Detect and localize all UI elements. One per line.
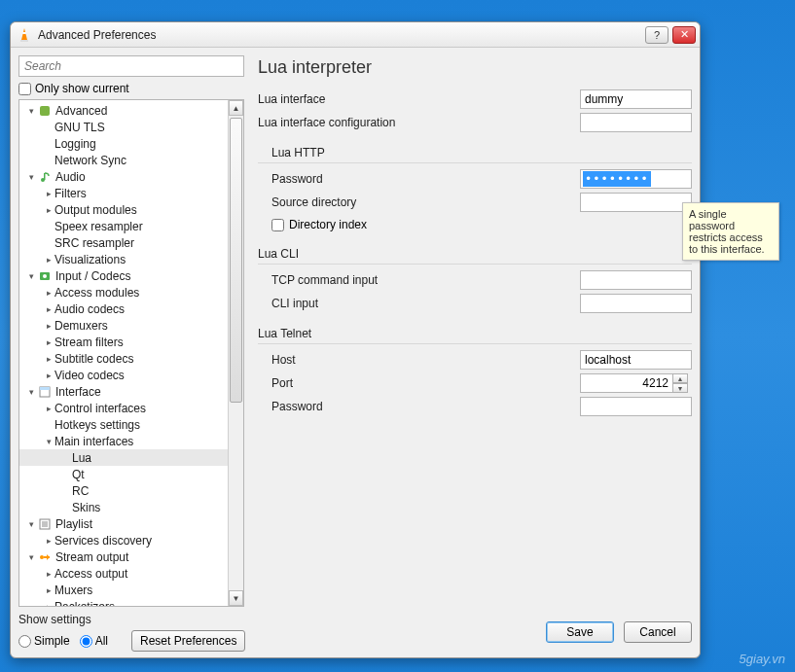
tree-item[interactable]: ▸Filters [19, 185, 228, 201]
tree-item-label: Speex resampler [54, 220, 143, 233]
tree-item[interactable]: ▸Access modules [19, 284, 228, 301]
telnet-host-input[interactable] [580, 350, 692, 370]
save-button[interactable]: Save [546, 621, 614, 643]
tree-item-label: Main interfaces [54, 435, 133, 448]
expand-closed-icon[interactable]: ▸ [43, 536, 54, 546]
reset-preferences-button[interactable]: Reset Preferences [131, 630, 245, 652]
simple-radio[interactable]: Simple [18, 634, 70, 648]
tree-item[interactable]: ▸Subtitle codecs [19, 350, 228, 367]
expand-closed-icon[interactable]: ▸ [43, 205, 54, 215]
tree-item-label: Stream filters [54, 336, 124, 349]
lua-interface-input[interactable] [580, 89, 692, 109]
svg-rect-2 [22, 32, 26, 34]
tree-item[interactable]: ▸Visualizations [19, 251, 228, 267]
tree-item-label: Packetizers [54, 600, 115, 607]
expand-open-icon[interactable]: ▾ [25, 271, 37, 281]
expand-closed-icon[interactable]: ▸ [43, 404, 54, 413]
expand-open-icon[interactable]: ▾ [43, 437, 54, 446]
scroll-thumb[interactable] [230, 118, 242, 403]
expand-closed-icon[interactable]: ▸ [43, 569, 54, 579]
http-srcdir-input[interactable] [580, 193, 692, 212]
port-spin-up[interactable]: ▲ [672, 373, 688, 383]
svg-point-14 [40, 555, 44, 559]
tree-item[interactable]: ▸Output modules [19, 201, 228, 218]
port-spin-down[interactable]: ▼ [672, 383, 688, 393]
expand-open-icon[interactable]: ▾ [25, 106, 37, 116]
expand-open-icon[interactable]: ▾ [25, 552, 37, 562]
tree-item[interactable]: ▾Interface [19, 383, 228, 400]
tree-item[interactable]: ▾Stream output [19, 548, 228, 565]
svg-rect-9 [40, 387, 50, 390]
http-dirindex-checkbox[interactable] [271, 219, 284, 231]
tree-item[interactable]: ▸Video codecs [19, 367, 228, 383]
expand-closed-icon[interactable]: ▸ [43, 602, 54, 607]
expand-closed-icon[interactable]: ▸ [43, 371, 54, 380]
lua-config-input[interactable] [580, 113, 692, 132]
tree-item[interactable]: ▾Advanced [19, 102, 228, 119]
tree-item[interactable]: GNU TLS [19, 119, 228, 135]
tree-item-label: GNU TLS [54, 121, 105, 134]
vlc-icon [17, 27, 32, 43]
tree-item[interactable]: ▾Main interfaces [19, 433, 228, 449]
lua-telnet-group: Lua Telnet [258, 323, 692, 344]
expand-closed-icon[interactable]: ▸ [43, 321, 54, 331]
only-show-current-checkbox[interactable] [18, 83, 31, 95]
tree-item[interactable]: ▸Muxers [19, 582, 228, 598]
telnet-password-input[interactable] [580, 397, 692, 416]
tree-item[interactable]: ▾Input / Codecs [19, 267, 228, 284]
tree-item-label: Interface [55, 385, 101, 399]
tree-item[interactable]: Hotkeys settings [19, 416, 228, 433]
tree-item[interactable]: Network Sync [19, 152, 228, 168]
expand-closed-icon[interactable]: ▸ [43, 288, 54, 298]
tree-item[interactable]: ▾Playlist [19, 515, 228, 532]
tree-item[interactable]: Speex resampler [19, 218, 228, 234]
audio-icon [37, 170, 53, 184]
cli-tcp-input[interactable] [580, 270, 692, 290]
tree-item[interactable]: RC [19, 482, 228, 499]
svg-point-7 [43, 274, 47, 278]
show-settings-label: Show settings [18, 613, 245, 626]
tree-item-label: Subtitle codecs [54, 352, 133, 366]
scroll-down-button[interactable]: ▼ [229, 590, 243, 606]
tree-item[interactable]: ▸Audio codecs [19, 301, 228, 317]
expand-closed-icon[interactable]: ▸ [43, 304, 54, 314]
gear-green-icon [37, 104, 53, 118]
tree-item[interactable]: ▸Stream filters [19, 334, 228, 350]
tree-item[interactable]: Logging [19, 135, 228, 152]
http-password-input[interactable]: •••••••• [580, 169, 692, 189]
tree-item-label: Access modules [54, 286, 139, 300]
tree-item[interactable]: Lua [19, 449, 228, 466]
scroll-up-button[interactable]: ▲ [229, 100, 243, 116]
tree-item-label: RC [72, 484, 89, 498]
tree-item[interactable]: Skins [19, 499, 228, 515]
expand-closed-icon[interactable]: ▸ [43, 337, 54, 347]
tree-item[interactable]: ▸Control interfaces [19, 400, 228, 416]
tree-item[interactable]: ▸Packetizers [19, 598, 228, 606]
cancel-button[interactable]: Cancel [624, 621, 692, 643]
expand-open-icon[interactable]: ▾ [25, 519, 37, 529]
all-radio[interactable]: All [80, 634, 108, 648]
tree-scrollbar[interactable]: ▲ ▼ [228, 100, 243, 606]
category-tree[interactable]: ▾AdvancedGNU TLSLoggingNetwork Sync▾Audi… [18, 99, 244, 607]
tree-item[interactable]: ▸Demuxers [19, 317, 228, 334]
telnet-port-input[interactable] [580, 373, 673, 393]
http-dirindex-label: Directory index [289, 218, 367, 231]
expand-closed-icon[interactable]: ▸ [43, 189, 54, 198]
search-input[interactable] [18, 55, 244, 77]
tree-item[interactable]: SRC resampler [19, 234, 228, 251]
tree-item[interactable]: Qt [19, 466, 228, 482]
expand-open-icon[interactable]: ▾ [25, 387, 37, 397]
close-button[interactable]: ✕ [672, 26, 696, 44]
help-button[interactable]: ? [645, 26, 669, 44]
expand-open-icon[interactable]: ▾ [25, 172, 37, 182]
tree-item[interactable]: ▸Access output [19, 565, 228, 582]
expand-closed-icon[interactable]: ▸ [43, 354, 54, 364]
expand-closed-icon[interactable]: ▸ [43, 255, 54, 265]
tree-item[interactable]: ▾Audio [19, 168, 228, 185]
titlebar[interactable]: Advanced Preferences ? ✕ [11, 22, 700, 48]
window-title: Advanced Preferences [38, 28, 645, 42]
cli-input-input[interactable] [580, 294, 692, 313]
tree-item[interactable]: ▸Services discovery [19, 532, 228, 548]
expand-closed-icon[interactable]: ▸ [43, 585, 54, 595]
panel-title: Lua interpreter [258, 55, 692, 88]
